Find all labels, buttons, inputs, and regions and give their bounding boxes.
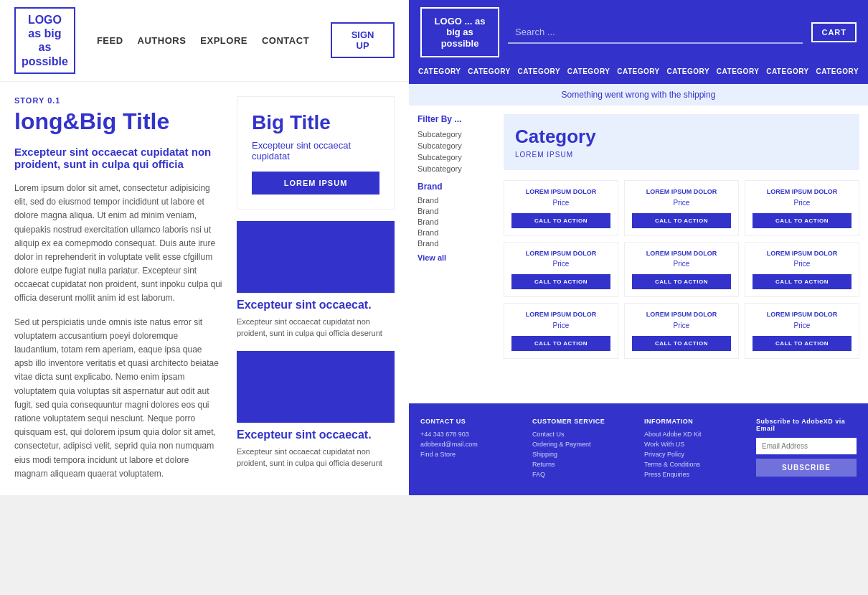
nav-cat-5[interactable]: CATEGORY [615, 65, 661, 78]
product-4-price: Price [511, 260, 610, 268]
product-2-button[interactable]: CALL TO ACTION [632, 213, 731, 228]
category-nav: CATEGORY CATEGORY CATEGORY CATEGORY CATE… [409, 65, 868, 84]
nav-cat-7[interactable]: CATEGORY [715, 65, 761, 78]
sidebar-sub-4[interactable]: Subcategory [418, 164, 486, 173]
product-9-button[interactable]: CALL TO ACTION [753, 336, 852, 351]
footer-cs-1[interactable]: Contact Us [532, 431, 633, 438]
product-3-name: LOREM IPSUM DOLOR [753, 188, 852, 197]
product-5-button[interactable]: CALL TO ACTION [632, 274, 731, 289]
alert-bar: Something went wrong with the shipping [409, 84, 868, 106]
article-2: Excepteur sint occaecat. Excepteur sint … [237, 351, 395, 469]
product-8-price: Price [632, 322, 731, 329]
featured-button[interactable]: LOREM IPSUM [252, 172, 379, 195]
product-9-price: Price [753, 322, 852, 329]
category-sub-label: LOREM IPSUM [515, 151, 848, 159]
shop-main: Category LOREM IPSUM LOREM IPSUM DOLOR P… [495, 106, 868, 403]
search-input[interactable] [508, 22, 803, 44]
footer-cs-3[interactable]: Shipping [532, 451, 633, 458]
brand-2[interactable]: Brand [418, 207, 486, 215]
cart-button[interactable]: CART [811, 22, 857, 42]
brand-3[interactable]: Brand [418, 217, 486, 226]
product-3-button[interactable]: CALL TO ACTION [753, 213, 852, 228]
left-panel: LOGO as big as possible FEED AUTHORS EXP… [0, 0, 409, 495]
article-2-title: Excepteur sint occaecat. [237, 428, 395, 441]
product-3: LOREM IPSUM DOLOR Price CALL TO ACTION [745, 180, 859, 236]
signup-button[interactable]: SIGN UP [331, 22, 395, 58]
sidebar-sub-1[interactable]: Subcategory [418, 130, 486, 139]
left-logo: LOGO as big as possible [14, 7, 75, 74]
product-9: LOREM IPSUM DOLOR Price CALL TO ACTION [745, 303, 859, 359]
footer-info-1[interactable]: About Adobe XD Kit [644, 431, 745, 438]
footer-email-input[interactable] [756, 438, 857, 454]
view-all-brands[interactable]: View all [418, 253, 486, 262]
sidebar-sub-3[interactable]: Subcategory [418, 153, 486, 161]
sidebar-sub-2[interactable]: Subcategory [418, 141, 486, 150]
product-7: LOREM IPSUM DOLOR Price CALL TO ACTION [504, 303, 618, 359]
article-2-image [237, 351, 395, 423]
product-4-button[interactable]: CALL TO ACTION [511, 274, 610, 289]
featured-card: Big Title Excepteur sint occaecat cupida… [237, 96, 395, 210]
product-5-name: LOREM IPSUM DOLOR [632, 250, 731, 258]
footer-customer-service: CUSTOMER SERVICE Contact Us Ordering & P… [532, 418, 633, 481]
footer-info-4[interactable]: Terms & Conditions [644, 461, 745, 468]
subscribe-button[interactable]: SUBSCRIBE [756, 459, 857, 477]
nav-cat-6[interactable]: CATEGORY [666, 65, 712, 78]
product-1-button[interactable]: CALL TO ACTION [511, 213, 610, 228]
footer-cs-5[interactable]: FAQ [532, 471, 633, 478]
nav-cat-9[interactable]: CATEGORY [815, 65, 861, 78]
article-1: Excepteur sint occaecat. Excepteur sint … [237, 221, 395, 339]
nav-authors[interactable]: AUTHORS [138, 35, 187, 46]
story-body-2: Sed ut perspiciatis unde omnis iste natu… [14, 316, 222, 481]
nav-cat-8[interactable]: CATEGORY [765, 65, 811, 78]
brand-4[interactable]: Brand [418, 228, 486, 237]
story-title: long&Big Title [14, 109, 222, 134]
product-1: LOREM IPSUM DOLOR Price CALL TO ACTION [504, 180, 618, 236]
product-8-button[interactable]: CALL TO ACTION [632, 336, 731, 351]
product-grid: LOREM IPSUM DOLOR Price CALL TO ACTION L… [504, 180, 859, 359]
footer-info-2[interactable]: Work With US [644, 441, 745, 448]
category-name: Category [515, 126, 848, 148]
nav-cat-4[interactable]: CATEGORY [566, 65, 612, 78]
nav-cat-1[interactable]: CATEGORY [417, 65, 463, 78]
product-6-button[interactable]: CALL TO ACTION [753, 274, 852, 289]
brand-1[interactable]: Brand [418, 196, 486, 205]
product-9-name: LOREM IPSUM DOLOR [753, 311, 852, 319]
featured-title: Big Title [252, 111, 379, 134]
sidebar: Filter By ... Subcategory Subcategory Su… [409, 106, 495, 403]
footer-contact: CONTACT US +44 343 678 903 adobexd@mail.… [420, 418, 521, 481]
product-1-name: LOREM IPSUM DOLOR [511, 188, 610, 197]
footer-cs-4[interactable]: Returns [532, 461, 633, 468]
footer-info-5[interactable]: Press Enquiries [644, 471, 745, 478]
nav-contact[interactable]: CONTACT [262, 35, 309, 46]
footer-email: adobexd@mail.com [420, 441, 521, 448]
product-3-price: Price [753, 199, 852, 207]
category-header: Category LOREM IPSUM [504, 114, 859, 170]
nav-cat-2[interactable]: CATEGORY [466, 65, 512, 78]
footer-information: INFORMATION About Adobe XD Kit Work With… [644, 418, 745, 481]
left-nav: FEED AUTHORS EXPLORE CONTACT [97, 35, 309, 46]
product-2-price: Price [632, 199, 731, 207]
brand-5[interactable]: Brand [418, 239, 486, 248]
footer-info-title: INFORMATION [644, 418, 745, 425]
articles-column: Big Title Excepteur sint occaecat cupida… [237, 96, 395, 481]
story-label: STORY 0.1 [14, 96, 222, 105]
story-subtitle: Excepteur sint occaecat cupidatat non pr… [14, 146, 222, 170]
left-content: STORY 0.1 long&Big Title Excepteur sint … [0, 82, 409, 495]
footer-cs-2[interactable]: Ordering & Payment [532, 441, 633, 448]
product-4-name: LOREM IPSUM DOLOR [511, 250, 610, 258]
story-body-1: Lorem ipsum dolor sit amet, consectetur … [14, 182, 222, 306]
article-1-image [237, 221, 395, 293]
search-container [508, 22, 803, 44]
left-header: LOGO as big as possible FEED AUTHORS EXP… [0, 0, 409, 82]
product-6-price: Price [753, 260, 852, 268]
nav-cat-3[interactable]: CATEGORY [516, 65, 562, 78]
filter-label: Filter By ... [418, 114, 486, 124]
footer-store[interactable]: Find a Store [420, 451, 521, 458]
nav-feed[interactable]: FEED [97, 35, 123, 46]
footer-phone: +44 343 678 903 [420, 431, 521, 438]
footer-info-3[interactable]: Privacy Policy [644, 451, 745, 458]
product-4: LOREM IPSUM DOLOR Price CALL TO ACTION [504, 242, 618, 298]
nav-explore[interactable]: EXPLORE [200, 35, 247, 46]
product-7-button[interactable]: CALL TO ACTION [511, 336, 610, 351]
shop-body: Filter By ... Subcategory Subcategory Su… [409, 106, 868, 403]
